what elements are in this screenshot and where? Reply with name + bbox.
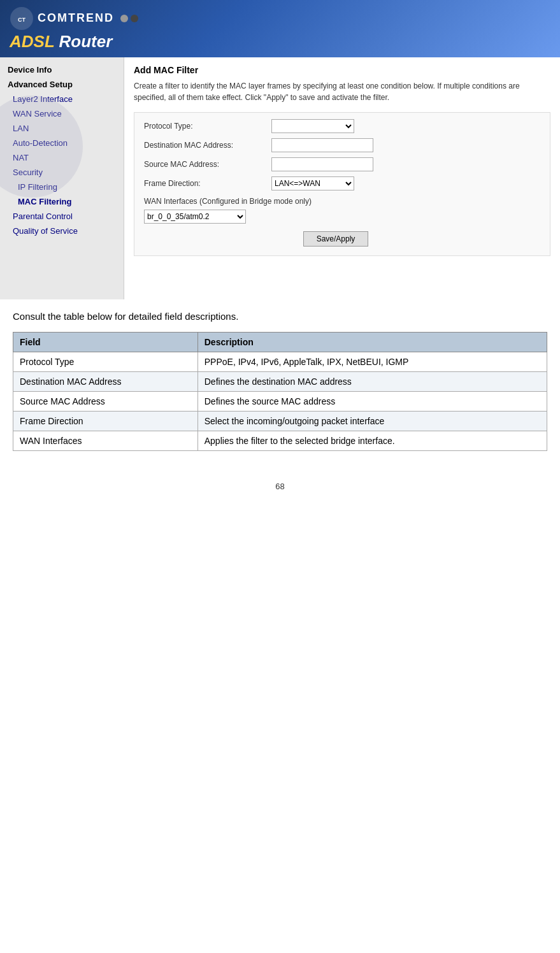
table-header-row: Field Description xyxy=(13,333,547,352)
frame-direction-row: Frame Direction: LAN<=>WAN LAN to WAN WA… xyxy=(144,176,540,190)
svg-text:CT: CT xyxy=(18,17,25,23)
table-cell-field: WAN Interfaces xyxy=(13,431,198,451)
sidebar-item-auto-detection[interactable]: Auto-Detection xyxy=(0,136,124,150)
table-cell-description: Select the incoming/outgoing packet inte… xyxy=(197,412,547,431)
sidebar-item-nat[interactable]: NAT xyxy=(0,150,124,165)
protocol-type-select[interactable]: PPPoE IPv4 IPv6 AppleTalk IPX NetBEUI IG… xyxy=(271,119,354,133)
brand-row: CT COMTREND xyxy=(10,6,138,31)
product-name: ADSL Router xyxy=(10,32,112,52)
table-row: Source MAC AddressDefines the source MAC… xyxy=(13,392,547,412)
frame-direction-label: Frame Direction: xyxy=(144,179,271,188)
sidebar-item-lan[interactable]: LAN xyxy=(0,121,124,136)
main-content: Add MAC Filter Create a filter to identi… xyxy=(124,57,560,299)
page-title: Add MAC Filter xyxy=(134,65,550,75)
save-apply-button[interactable]: Save/Apply xyxy=(303,231,369,247)
page-number: 68 xyxy=(0,475,560,504)
circle1 xyxy=(120,15,128,22)
table-row: Destination MAC AddressDefines the desti… xyxy=(13,372,547,392)
doc-section: Consult the table below for detailed fie… xyxy=(0,299,560,475)
wan-interface-row: br_0_0_35/atm0.2 xyxy=(144,210,540,224)
adsl-part: ADSL xyxy=(10,32,54,51)
table-row: Protocol TypePPPoE, IPv4, IPv6, AppleTal… xyxy=(13,352,547,372)
source-mac-row: Source MAC Address: xyxy=(144,157,540,171)
circle2 xyxy=(131,15,138,22)
protocol-type-row: Protocol Type: PPPoE IPv4 IPv6 AppleTalk… xyxy=(144,119,540,133)
table-cell-field: Protocol Type xyxy=(13,352,198,372)
sidebar-item-wan-service[interactable]: WAN Service xyxy=(0,106,124,121)
table-cell-description: Defines the source MAC address xyxy=(197,392,547,412)
dest-mac-label: Destination MAC Address: xyxy=(144,141,271,150)
table-cell-field: Frame Direction xyxy=(13,412,198,431)
dest-mac-row: Destination MAC Address: xyxy=(144,138,540,152)
comtrend-logo-icon: CT xyxy=(10,6,34,31)
sidebar-item-mac-filtering[interactable]: MAC Filtering xyxy=(0,194,124,209)
col-field-header: Field xyxy=(13,333,198,352)
header: CT COMTREND ADSL Router xyxy=(0,0,560,57)
source-mac-label: Source MAC Address: xyxy=(144,160,271,169)
table-cell-description: Defines the destination MAC address xyxy=(197,372,547,392)
source-mac-input[interactable] xyxy=(271,157,373,171)
table-row: Frame DirectionSelect the incoming/outgo… xyxy=(13,412,547,431)
sidebar-item-security[interactable]: Security xyxy=(0,165,124,180)
wan-interfaces-label: WAN Interfaces (Configured in Bridge mod… xyxy=(144,197,540,206)
field-table: Field Description Protocol TypePPPoE, IP… xyxy=(13,332,547,451)
save-apply-container: Save/Apply xyxy=(144,231,540,247)
sidebar-item-ip-filtering[interactable]: IP Filtering xyxy=(0,180,124,194)
router-ui: Device Info Advanced Setup Layer2 Interf… xyxy=(0,57,560,299)
mac-filter-form: Protocol Type: PPPoE IPv4 IPv6 AppleTalk… xyxy=(134,112,550,256)
page-description: Create a filter to identify the MAC laye… xyxy=(134,80,550,103)
sidebar-item-parental-control[interactable]: Parental Control xyxy=(0,209,124,224)
sidebar-item-quality-of-service[interactable]: Quality of Service xyxy=(0,224,124,238)
dest-mac-input[interactable] xyxy=(271,138,373,152)
sidebar-item-layer2-interface[interactable]: Layer2 Interface xyxy=(0,92,124,106)
table-cell-field: Source MAC Address xyxy=(13,392,198,412)
doc-intro: Consult the table below for detailed fie… xyxy=(13,311,547,322)
sidebar-item-device-info[interactable]: Device Info xyxy=(0,62,124,77)
router-part: Router xyxy=(54,32,112,51)
wan-interface-select[interactable]: br_0_0_35/atm0.2 xyxy=(144,210,246,224)
table-cell-field: Destination MAC Address xyxy=(13,372,198,392)
logo-area: CT COMTREND ADSL Router xyxy=(10,6,138,52)
sidebar-item-advanced-setup[interactable]: Advanced Setup xyxy=(0,77,124,92)
table-cell-description: Applies the filter to the selected bridg… xyxy=(197,431,547,451)
brand-circles xyxy=(120,15,138,22)
brand-name: COMTREND xyxy=(38,11,114,25)
table-cell-description: PPPoE, IPv4, IPv6, AppleTalk, IPX, NetBE… xyxy=(197,352,547,372)
frame-direction-select[interactable]: LAN<=>WAN LAN to WAN WAN to LAN xyxy=(271,176,354,190)
sidebar: Device Info Advanced Setup Layer2 Interf… xyxy=(0,57,124,299)
protocol-type-label: Protocol Type: xyxy=(144,122,271,131)
col-description-header: Description xyxy=(197,333,547,352)
table-row: WAN InterfacesApplies the filter to the … xyxy=(13,431,547,451)
